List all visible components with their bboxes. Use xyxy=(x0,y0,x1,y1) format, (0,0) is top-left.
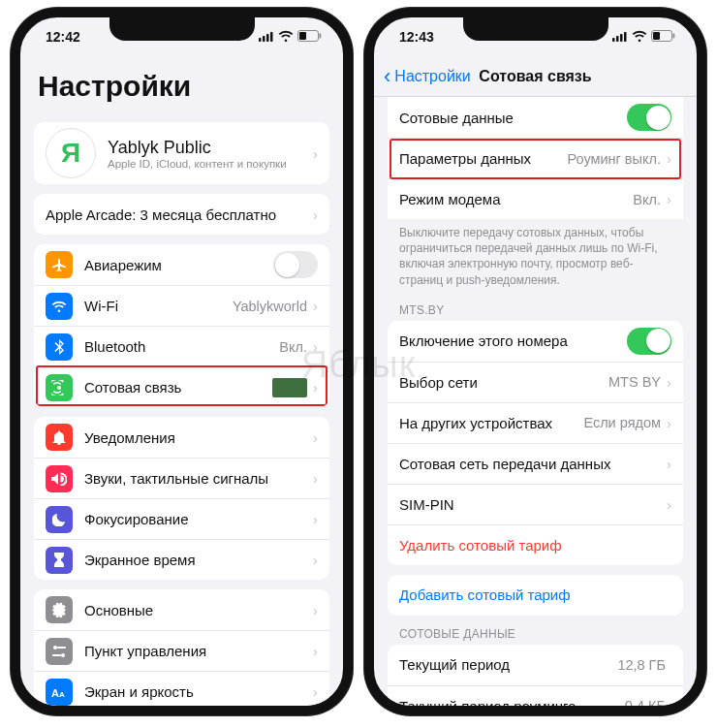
usage-header: СОТОВЫЕ ДАННЫЕ xyxy=(374,616,697,645)
usage-roaming-row[interactable]: Текущий период роуминга 0,4 КБ xyxy=(388,685,683,706)
gear-icon xyxy=(46,596,73,623)
enable-line-toggle[interactable] xyxy=(627,328,671,355)
chevron-right-icon: › xyxy=(313,206,318,223)
moon-icon xyxy=(46,506,73,533)
signal-icon xyxy=(259,29,274,45)
sounds-row[interactable]: Звуки, тактильные сигналы › xyxy=(34,458,329,498)
chevron-right-icon: › xyxy=(667,150,671,167)
notch xyxy=(463,17,608,41)
svg-rect-6 xyxy=(320,34,322,39)
usage-period-row[interactable]: Текущий период 12,8 ГБ xyxy=(388,645,683,685)
phone-right: 12:43 ‹ Настройки Сотовая связь Сотовые … xyxy=(364,8,706,715)
focus-row[interactable]: Фокусирование › xyxy=(34,498,329,539)
text-size-icon: AA xyxy=(46,679,73,706)
data-options-row[interactable]: Параметры данных Роуминг выкл. › xyxy=(388,138,683,178)
apple-id-row[interactable]: Я Yablyk Public Apple ID, iCloud, контен… xyxy=(34,122,329,184)
svg-rect-2 xyxy=(266,34,269,42)
chevron-right-icon: › xyxy=(313,338,318,355)
network-row[interactable]: Выбор сети MTS BY › xyxy=(388,362,683,402)
chevron-right-icon: › xyxy=(313,470,318,487)
cellular-footer: Выключите передачу сотовых данных, чтобы… xyxy=(374,219,697,292)
cellular-data-toggle[interactable] xyxy=(627,104,671,131)
other-devices-row[interactable]: На других устройствах Если рядом › xyxy=(388,402,683,443)
switches-icon xyxy=(46,638,73,665)
screen-time-row[interactable]: Экранное время › xyxy=(34,539,329,580)
bluetooth-icon xyxy=(46,333,73,361)
notifications-row[interactable]: Уведомления › xyxy=(34,417,329,458)
profile-sub: Apple ID, iCloud, контент и покупки xyxy=(108,158,313,170)
bluetooth-row[interactable]: Bluetooth Вкл. › xyxy=(34,326,329,366)
nav-bar: ‹ Настройки Сотовая связь xyxy=(374,56,697,97)
status-indicators xyxy=(259,29,322,45)
svg-rect-14 xyxy=(616,36,619,42)
chevron-right-icon: › xyxy=(667,374,671,391)
wifi-row[interactable]: Wi-Fi Yablykworld › xyxy=(34,285,329,326)
hourglass-icon xyxy=(46,547,73,574)
carrier-header: MTS.BY xyxy=(374,292,697,321)
chevron-right-icon: › xyxy=(313,683,318,700)
apple-arcade-promo[interactable]: Apple Arcade: 3 месяца бесплатно › xyxy=(34,194,329,235)
hotspot-row[interactable]: Режим модема Вкл. › xyxy=(388,178,683,219)
battery-icon xyxy=(297,29,322,45)
bell-icon xyxy=(46,424,73,451)
general-row[interactable]: Основные › xyxy=(34,589,329,630)
cellular-network-row[interactable]: Сотовая сеть передачи данных › xyxy=(388,443,683,484)
cellular-row[interactable]: Сотовая связь › xyxy=(34,366,329,407)
page-title: Настройки xyxy=(20,56,343,112)
clock: 12:43 xyxy=(399,29,434,45)
svg-point-7 xyxy=(53,646,57,649)
back-button[interactable]: ‹ Настройки xyxy=(384,64,471,89)
chevron-right-icon: › xyxy=(313,429,318,446)
svg-rect-8 xyxy=(57,647,66,649)
avatar: Я xyxy=(46,128,96,178)
redacted-value xyxy=(272,378,307,397)
airplane-mode-row[interactable]: Авиарежим xyxy=(34,244,329,285)
svg-text:A: A xyxy=(51,687,59,698)
sim-pin-row[interactable]: SIM-PIN › xyxy=(388,484,683,524)
svg-rect-5 xyxy=(299,32,306,40)
svg-rect-10 xyxy=(52,654,61,656)
chevron-right-icon: › xyxy=(667,496,671,513)
svg-rect-15 xyxy=(620,34,623,42)
remove-plan-row[interactable]: Удалить сотовый тариф xyxy=(388,524,683,565)
airplane-icon xyxy=(46,251,73,278)
chevron-left-icon: ‹ xyxy=(384,64,390,89)
chevron-right-icon: › xyxy=(667,191,671,207)
svg-rect-1 xyxy=(263,36,265,42)
wifi-icon xyxy=(46,293,73,320)
battery-icon xyxy=(651,29,675,45)
antenna-icon xyxy=(46,374,73,401)
chevron-right-icon: › xyxy=(667,456,671,472)
svg-rect-0 xyxy=(259,38,262,42)
svg-rect-16 xyxy=(624,32,627,42)
display-row[interactable]: AA Экран и яркость › xyxy=(34,671,329,706)
enable-line-row[interactable]: Включение этого номера xyxy=(388,321,683,362)
svg-rect-13 xyxy=(612,38,615,42)
chevron-right-icon: › xyxy=(313,643,318,659)
chevron-right-icon: › xyxy=(313,511,318,527)
airplane-toggle[interactable] xyxy=(273,251,318,278)
profile-name: Yablyk Public xyxy=(108,138,313,158)
wifi-icon xyxy=(632,29,647,45)
add-plan-row[interactable]: Добавить сотовый тариф xyxy=(388,575,683,616)
svg-rect-19 xyxy=(673,34,675,39)
cellular-data-row[interactable]: Сотовые данные xyxy=(388,97,683,138)
wifi-icon xyxy=(278,29,294,45)
notch xyxy=(109,17,255,41)
svg-rect-18 xyxy=(653,32,660,40)
chevron-right-icon: › xyxy=(313,552,318,568)
svg-point-9 xyxy=(61,653,65,657)
svg-text:A: A xyxy=(59,690,65,698)
control-center-row[interactable]: Пункт управления › xyxy=(34,630,329,671)
chevron-right-icon: › xyxy=(667,415,671,431)
chevron-right-icon: › xyxy=(313,145,318,162)
chevron-right-icon: › xyxy=(313,602,318,618)
svg-rect-3 xyxy=(270,32,273,42)
phone-left: 12:42 Настройки Я Yablyk Public Apple ID… xyxy=(11,8,353,715)
chevron-right-icon: › xyxy=(313,379,318,396)
speaker-icon xyxy=(46,465,73,492)
clock: 12:42 xyxy=(46,29,80,45)
chevron-right-icon: › xyxy=(313,298,318,314)
signal-icon xyxy=(612,29,628,45)
status-indicators xyxy=(612,29,675,45)
